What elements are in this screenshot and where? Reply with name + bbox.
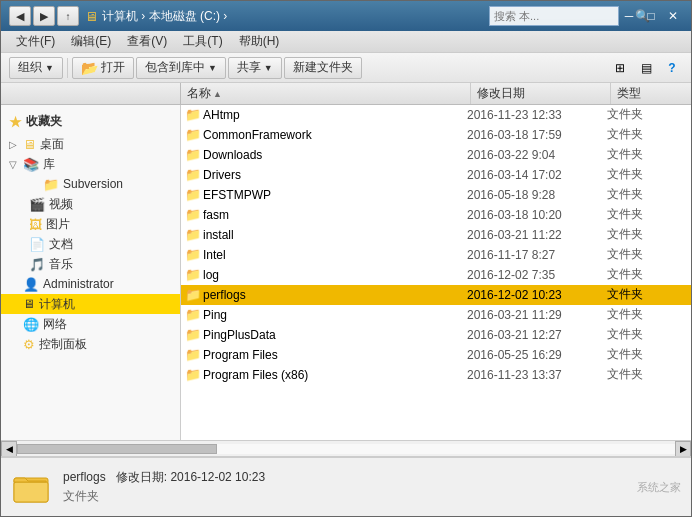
file-date: 2016-11-23 12:33 (467, 108, 607, 122)
sidebar-item-subversion[interactable]: 📁 Subversion (1, 174, 180, 194)
file-row[interactable]: 📁Intel2016-11-17 8:27文件夹 (181, 245, 691, 265)
music-icon: 🎵 (29, 257, 45, 272)
search-box[interactable]: 🔍 (489, 6, 619, 26)
search-input[interactable] (494, 10, 632, 22)
file-type: 文件夹 (607, 126, 687, 143)
status-right: 系统之家 (637, 480, 681, 495)
file-type: 文件夹 (607, 326, 687, 343)
col-header-type[interactable]: 类型 (611, 83, 691, 104)
scroll-right-button[interactable]: ▶ (675, 441, 691, 457)
forward-button[interactable]: ▶ (33, 6, 55, 26)
svg-rect-1 (14, 482, 48, 502)
desktop-icon: 🖥 (23, 137, 36, 152)
file-row[interactable]: 📁Ping2016-03-21 11:29文件夹 (181, 305, 691, 325)
view-details-button[interactable]: ⊞ (609, 57, 631, 79)
file-type: 文件夹 (607, 186, 687, 203)
pictures-icon: 🖼 (29, 217, 42, 232)
file-date: 2016-03-18 17:59 (467, 128, 607, 142)
file-row[interactable]: 📁fasm2016-03-18 10:20文件夹 (181, 205, 691, 225)
sidebar-item-desktop[interactable]: ▷ 🖥 桌面 (1, 134, 180, 154)
up-button[interactable]: ↑ (57, 6, 79, 26)
open-button[interactable]: 📂 打开 (72, 57, 134, 79)
scroll-left-button[interactable]: ◀ (1, 441, 17, 457)
new-folder-button[interactable]: 新建文件夹 (284, 57, 362, 79)
file-name: PingPlusData (203, 328, 467, 342)
sidebar-item-video[interactable]: 🎬 视频 (1, 194, 180, 214)
file-name: perflogs (203, 288, 467, 302)
include-library-button[interactable]: 包含到库中 ▼ (136, 57, 226, 79)
view-toggle-button[interactable]: ▤ (635, 57, 657, 79)
file-row[interactable]: 📁Drivers2016-03-14 17:02文件夹 (181, 165, 691, 185)
library-icon: 📚 (23, 157, 39, 172)
organize-label: 组织 (18, 59, 42, 76)
menu-help[interactable]: 帮助(H) (232, 33, 287, 51)
file-name: Intel (203, 248, 467, 262)
user-icon: 👤 (23, 277, 39, 292)
menu-view[interactable]: 查看(V) (120, 33, 174, 51)
col-header-name[interactable]: 名称 ▲ (181, 83, 471, 104)
menu-tools[interactable]: 工具(T) (176, 33, 229, 51)
menu-file[interactable]: 文件(F) (9, 33, 62, 51)
file-row[interactable]: 📁PingPlusData2016-03-21 12:27文件夹 (181, 325, 691, 345)
file-date: 2016-05-18 9:28 (467, 188, 607, 202)
help-button[interactable]: ? (661, 57, 683, 79)
close-button[interactable]: ✕ (663, 7, 683, 25)
file-row[interactable]: 📁Downloads2016-03-22 9:04文件夹 (181, 145, 691, 165)
file-folder-icon: 📁 (185, 187, 203, 202)
sidebar-item-controlpanel[interactable]: ⚙ 控制面板 (1, 334, 180, 354)
file-row[interactable]: 📁Program Files (x86)2016-11-23 13:37文件夹 (181, 365, 691, 385)
file-type: 文件夹 (607, 106, 687, 123)
file-row[interactable]: 📁log2016-12-02 7:35文件夹 (181, 265, 691, 285)
menu-edit[interactable]: 编辑(E) (64, 33, 118, 51)
file-type: 文件夹 (607, 226, 687, 243)
file-name: EFSTMPWP (203, 188, 467, 202)
file-name: AHtmp (203, 108, 467, 122)
maximize-button[interactable]: □ (641, 7, 661, 25)
col-header-modified[interactable]: 修改日期 (471, 83, 611, 104)
sidebar-item-pictures[interactable]: 🖼 图片 (1, 214, 180, 234)
sidebar-col-spacer (1, 83, 181, 104)
file-folder-icon: 📁 (185, 147, 203, 162)
file-type: 文件夹 (607, 266, 687, 283)
folder-open-icon: 📂 (81, 60, 98, 76)
chevron-down-icon: ▼ (208, 63, 217, 73)
scroll-thumb[interactable] (17, 444, 217, 454)
file-date: 2016-05-25 16:29 (467, 348, 607, 362)
content-area: ★ 收藏夹 ▷ 🖥 桌面 ▽ 📚 库 📁 Subversion 🎬 视频 (1, 105, 691, 440)
sidebar-item-library[interactable]: ▽ 📚 库 (1, 154, 180, 174)
file-type: 文件夹 (607, 146, 687, 163)
file-name: Program Files (203, 348, 467, 362)
file-type: 文件夹 (607, 306, 687, 323)
file-folder-icon: 📁 (185, 287, 203, 302)
file-row[interactable]: 📁CommonFramework2016-03-18 17:59文件夹 (181, 125, 691, 145)
file-row[interactable]: 📁AHtmp2016-11-23 12:33文件夹 (181, 105, 691, 125)
toolbar: 组织 ▼ 📂 打开 包含到库中 ▼ 共享 ▼ 新建文件夹 ⊞ ▤ ? (1, 53, 691, 83)
sidebar-item-music[interactable]: 🎵 音乐 (1, 254, 180, 274)
sidebar-item-documents[interactable]: 📄 文档 (1, 234, 180, 254)
status-folder-icon (11, 467, 51, 507)
file-date: 2016-03-18 10:20 (467, 208, 607, 222)
sidebar-item-administrator[interactable]: 👤 Administrator (1, 274, 180, 294)
documents-icon: 📄 (29, 237, 45, 252)
watermark-text: 系统之家 (637, 480, 681, 495)
file-date: 2016-11-17 8:27 (467, 248, 607, 262)
toolbar-right: ⊞ ▤ ? (609, 57, 683, 79)
title-bar: ◀ ▶ ↑ 🖥 计算机 › 本地磁盘 (C:) › 🔍 ─ □ ✕ (1, 1, 691, 31)
back-button[interactable]: ◀ (9, 6, 31, 26)
horizontal-scrollbar[interactable]: ◀ ▶ (1, 440, 691, 456)
file-row[interactable]: 📁EFSTMPWP2016-05-18 9:28文件夹 (181, 185, 691, 205)
minimize-button[interactable]: ─ (619, 7, 639, 25)
share-button[interactable]: 共享 ▼ (228, 57, 282, 79)
file-name: CommonFramework (203, 128, 467, 142)
file-list[interactable]: 📁AHtmp2016-11-23 12:33文件夹📁CommonFramewor… (181, 105, 691, 440)
file-row[interactable]: 📁install2016-03-21 11:22文件夹 (181, 225, 691, 245)
file-folder-icon: 📁 (185, 347, 203, 362)
sidebar-item-network[interactable]: 🌐 网络 (1, 314, 180, 334)
title-bar-left: ◀ ▶ ↑ 🖥 计算机 › 本地磁盘 (C:) › 🔍 (9, 6, 619, 26)
file-row[interactable]: 📁perflogs2016-12-02 10:23文件夹 (181, 285, 691, 305)
organize-button[interactable]: 组织 ▼ (9, 57, 63, 79)
file-date: 2016-11-23 13:37 (467, 368, 607, 382)
file-row[interactable]: 📁Program Files2016-05-25 16:29文件夹 (181, 345, 691, 365)
breadcrumb: 计算机 › 本地磁盘 (C:) › (102, 8, 227, 25)
sidebar-item-computer[interactable]: 🖥 计算机 (1, 294, 180, 314)
